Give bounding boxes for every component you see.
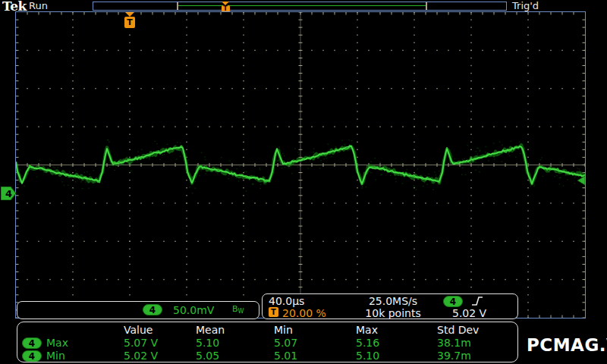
- measurement-channel-badge: 4: [22, 350, 42, 362]
- bandwidth-limit-icon: BW: [232, 304, 244, 315]
- measurement-channel-badge: 4: [22, 337, 42, 349]
- record-trigger-marker[interactable]: T: [221, 2, 230, 12]
- record-window-left-bracket: [177, 2, 178, 10]
- measurement-mean: 5.05: [196, 350, 219, 362]
- channel-scale: 50.0mV: [173, 304, 214, 316]
- trigger-t-icon: T: [269, 307, 278, 317]
- column-header-stddev: Std Dev: [437, 324, 479, 336]
- measurement-mean: 5.10: [196, 337, 219, 349]
- sample-rate: 25.0MS/s: [348, 295, 439, 307]
- measurement-table: Value Mean Min Max Std Dev 4 Max 5.07 V …: [17, 322, 518, 362]
- trigger-position-percent: 20.00 %: [282, 307, 326, 319]
- channel-4-readout[interactable]: 4 50.0mV BW: [17, 301, 259, 319]
- oscilloscope-screen: Tek Run T Trig'd T 4 4 50.0mV BW: [0, 0, 607, 364]
- channel-4-badge[interactable]: 4: [143, 304, 162, 315]
- record-waveform-line: [178, 5, 426, 6]
- measurement-value: 5.02 V: [124, 350, 158, 362]
- trigger-position-marker[interactable]: T: [124, 12, 135, 28]
- column-header-mean: Mean: [196, 324, 225, 336]
- measurement-value: 5.07 V: [124, 337, 158, 349]
- trigger-level: 5.02 V: [452, 307, 486, 319]
- measurement-max: 5.16: [356, 337, 379, 349]
- measurement-stddev: 39.7m: [437, 350, 471, 362]
- measurement-max: 5.10: [356, 350, 379, 362]
- waveform-display: [16, 12, 585, 318]
- trigger-source-badge[interactable]: 4: [443, 296, 463, 307]
- time-per-division: 40.0µs: [269, 295, 304, 307]
- measurement-min: 5.07: [274, 337, 297, 349]
- record-view-bar[interactable]: T: [93, 2, 507, 11]
- measurement-stddev: 38.1m: [437, 337, 471, 349]
- measurement-name: Max: [46, 337, 68, 349]
- pcmag-watermark: PCMAG.VN: [527, 335, 607, 355]
- column-header-min: Min: [274, 324, 293, 336]
- column-header-max: Max: [356, 324, 378, 336]
- measurement-name: Min: [46, 350, 65, 362]
- top-status-bar: Tek Run T Trig'd: [0, 0, 607, 12]
- horizontal-trigger-readout[interactable]: 40.0µs T 20.00 % 25.0MS/s 10k points 4 5…: [262, 293, 518, 319]
- record-length: 10k points: [348, 307, 439, 319]
- channel-marker-label: 4: [5, 188, 12, 199]
- measurement-min: 5.01: [274, 350, 297, 362]
- graticule[interactable]: T: [15, 11, 586, 318]
- record-window-right-bracket: [426, 2, 427, 10]
- column-header-value: Value: [124, 324, 153, 336]
- acquisition-status: Run: [29, 0, 48, 11]
- trigger-status: Trig'd: [512, 0, 539, 11]
- channel-4-position-marker[interactable]: 4: [1, 187, 17, 200]
